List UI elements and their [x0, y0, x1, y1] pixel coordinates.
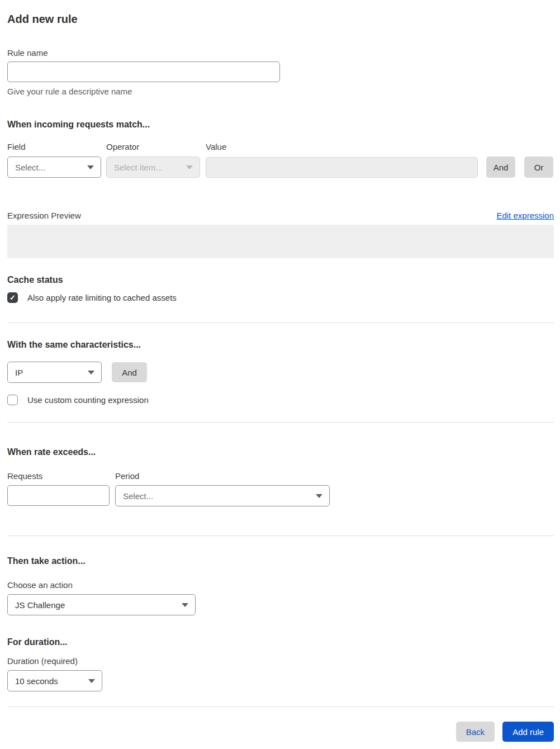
field-select-value: Select...: [15, 163, 45, 172]
period-select-value: Select...: [123, 491, 153, 501]
field-label: Field: [7, 141, 101, 152]
page-title: Add new rule: [7, 12, 554, 26]
section-divider: [7, 707, 554, 707]
rule-name-label: Rule name: [7, 48, 554, 58]
add-rule-form: Add new rule Rule name Give your rule a …: [0, 0, 560, 742]
operator-select-value: Select item...: [114, 163, 163, 172]
duration-select-value: 10 seconds: [15, 676, 58, 686]
action-heading: Then take action...: [7, 555, 554, 567]
action-select-value: JS Challenge: [15, 600, 65, 610]
chevron-down-icon: [88, 679, 95, 683]
value-input: [206, 157, 478, 178]
expression-preview-box: [7, 225, 554, 258]
section-divider: [7, 535, 554, 536]
cached-assets-checkbox-label: Also apply rate limiting to cached asset…: [27, 293, 177, 302]
value-label: Value: [206, 141, 478, 152]
back-button[interactable]: Back: [456, 722, 495, 742]
characteristic-select[interactable]: IP: [7, 362, 102, 383]
rule-name-helper: Give your rule a descriptive name: [7, 86, 554, 97]
chevron-down-icon: [87, 165, 94, 169]
requests-label: Requests: [7, 471, 110, 481]
action-select[interactable]: JS Challenge: [7, 594, 196, 615]
chevron-down-icon: [316, 494, 322, 498]
match-section-heading: When incoming requests match...: [7, 118, 554, 130]
cache-status-heading: Cache status: [7, 274, 554, 286]
duration-select[interactable]: 10 seconds: [7, 670, 102, 691]
chevron-down-icon: [182, 603, 188, 607]
rate-heading: When rate exceeds...: [7, 446, 554, 458]
characteristic-select-value: IP: [15, 368, 23, 377]
period-label: Period: [115, 471, 330, 481]
chevron-down-icon: [88, 371, 94, 374]
duration-label: Duration (required): [7, 656, 554, 666]
section-divider: [7, 323, 554, 323]
requests-input[interactable]: [7, 485, 110, 506]
field-select[interactable]: Select...: [7, 157, 101, 178]
duration-heading: For duration...: [7, 636, 554, 648]
or-button[interactable]: Or: [524, 157, 553, 178]
operator-select: Select item...: [106, 157, 200, 178]
section-divider: [7, 422, 554, 423]
period-select[interactable]: Select...: [115, 485, 330, 506]
edit-expression-link[interactable]: Edit expression: [496, 210, 554, 221]
check-icon: ✓: [10, 293, 16, 302]
chevron-down-icon: [186, 165, 193, 169]
rule-name-input[interactable]: [7, 61, 280, 82]
footer-actions: Back Add rule: [7, 722, 554, 742]
operator-label: Operator: [106, 141, 200, 152]
and-button[interactable]: And: [486, 157, 515, 178]
cached-assets-checkbox[interactable]: ✓: [7, 292, 18, 303]
characteristics-and-button[interactable]: And: [112, 362, 147, 382]
add-rule-button[interactable]: Add rule: [502, 722, 554, 742]
characteristics-heading: With the same characteristics...: [7, 339, 554, 350]
expression-preview-label: Expression Preview: [7, 210, 81, 221]
choose-action-label: Choose an action: [7, 580, 554, 590]
custom-counting-checkbox[interactable]: [7, 395, 18, 405]
custom-counting-checkbox-label: Use custom counting expression: [27, 395, 149, 405]
